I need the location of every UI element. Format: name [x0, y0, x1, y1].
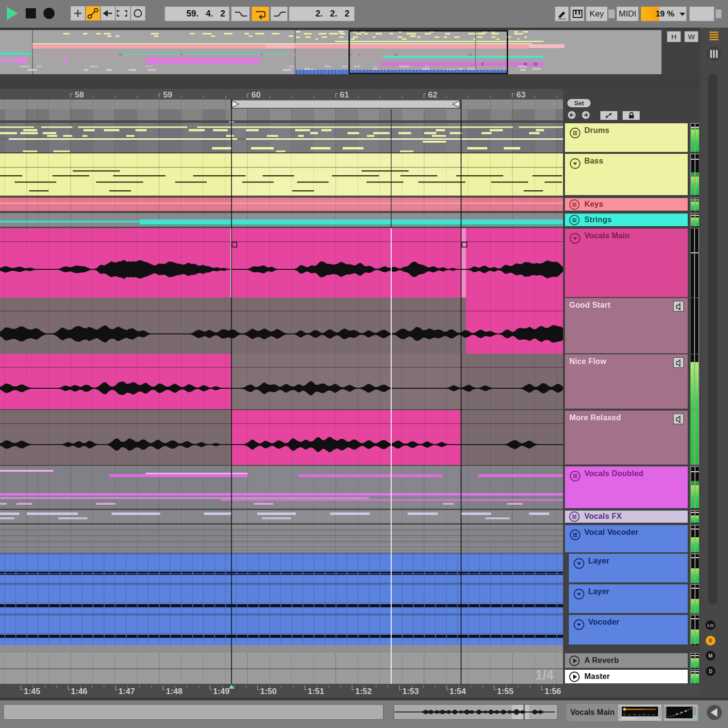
svg-text:1:47: 1:47	[118, 687, 135, 696]
svg-text:58: 58	[75, 90, 84, 99]
svg-text:1:53: 1:53	[402, 687, 419, 696]
svg-text:1:50: 1:50	[260, 687, 277, 696]
svg-text:1:46: 1:46	[71, 687, 87, 696]
svg-text:D: D	[709, 669, 712, 674]
svg-text:R: R	[709, 638, 712, 644]
svg-text:1:51: 1:51	[308, 687, 324, 696]
svg-text:1:56: 1:56	[545, 687, 561, 696]
svg-text:1:48: 1:48	[166, 687, 182, 696]
svg-text:1:52: 1:52	[355, 687, 372, 696]
svg-text:1:49: 1:49	[213, 687, 230, 696]
svg-text:62: 62	[428, 90, 437, 99]
svg-text:61: 61	[340, 90, 349, 99]
svg-text:60: 60	[251, 90, 261, 99]
svg-text:1:55: 1:55	[497, 687, 513, 696]
svg-text:59: 59	[163, 90, 172, 99]
svg-text:1:45: 1:45	[24, 687, 40, 696]
svg-text:63: 63	[516, 90, 526, 99]
svg-text:I-O: I-O	[708, 623, 714, 628]
svg-text:M: M	[709, 653, 712, 659]
svg-text:1:54: 1:54	[449, 687, 466, 696]
